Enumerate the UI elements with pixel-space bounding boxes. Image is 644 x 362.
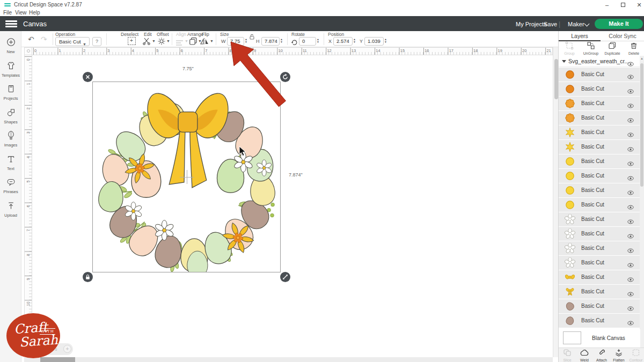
resize-selection-handle[interactable] <box>280 272 290 282</box>
delete-selection-handle[interactable] <box>83 72 93 82</box>
zoom-in-icon[interactable]: + <box>63 345 71 353</box>
eye-icon[interactable] <box>627 188 634 197</box>
layer-row[interactable]: Basic Cut <box>559 82 640 96</box>
lock-dimensions-icon[interactable] <box>249 32 255 42</box>
maximize-button[interactable] <box>616 1 630 9</box>
y-input[interactable]: 1.039 <box>364 37 384 46</box>
eye-icon[interactable] <box>627 101 634 110</box>
layer-row[interactable]: Basic Cut <box>559 314 640 328</box>
rotate-stepper[interactable]: ▲▼ <box>316 37 320 46</box>
eye-icon[interactable] <box>627 115 634 125</box>
layer-row[interactable]: Basic Cut <box>559 241 640 255</box>
eye-icon[interactable] <box>627 289 634 299</box>
layer-row[interactable]: Basic Cut <box>559 212 640 226</box>
eye-icon[interactable] <box>627 318 634 328</box>
offset-icon[interactable] <box>158 38 165 47</box>
attach-button[interactable]: Attach <box>593 349 610 362</box>
eye-icon[interactable] <box>627 217 634 226</box>
arrange-icon[interactable] <box>189 38 197 47</box>
layer-row[interactable]: Basic Cut <box>559 285 640 299</box>
width-stepper[interactable]: ▲▼ <box>244 37 248 46</box>
layer-row[interactable]: Basic Cut <box>559 169 640 183</box>
chevron-down-icon[interactable]: ▼ <box>210 39 214 43</box>
layer-row[interactable]: Basic Cut <box>559 198 640 212</box>
menu-help[interactable]: Help <box>29 10 40 16</box>
y-stepper[interactable]: ▲▼ <box>383 37 388 46</box>
chevron-down-icon[interactable]: ▼ <box>166 39 170 43</box>
minimize-button[interactable]: – <box>600 1 614 9</box>
operation-help-button[interactable]: ? <box>92 37 101 46</box>
eye-icon[interactable] <box>627 246 634 255</box>
scissors-icon[interactable] <box>143 38 151 47</box>
layer-row[interactable]: Basic Cut <box>559 125 640 139</box>
layer-row[interactable]: Basic Cut <box>559 68 640 82</box>
sidebar-item-templates[interactable]: Templates <box>0 61 21 78</box>
chevron-down-icon[interactable]: ▼ <box>152 39 156 43</box>
ungroup-button[interactable]: UnGroup <box>580 42 602 55</box>
sidebar-item-projects[interactable]: Projects <box>0 84 21 101</box>
sidebar-item-new[interactable]: New <box>0 38 21 54</box>
make-it-button[interactable]: Make It <box>595 19 643 29</box>
delete-button[interactable]: Delete <box>623 42 644 55</box>
eye-icon[interactable] <box>627 159 634 168</box>
sidebar-item-phrases[interactable]: Phrases <box>0 178 21 194</box>
sidebar-item-upload[interactable]: Upload <box>0 201 21 218</box>
duplicate-button[interactable]: Duplicate <box>602 42 623 55</box>
attach-icon <box>597 349 606 358</box>
layer-row[interactable]: Basic Cut <box>559 111 640 125</box>
eye-icon[interactable] <box>627 144 634 154</box>
layer-row[interactable]: Basic Cut <box>559 227 640 241</box>
undo-icon[interactable]: ↶ <box>28 35 34 43</box>
collapse-caret-icon[interactable] <box>562 60 566 63</box>
width-input[interactable]: 7.75 <box>227 37 244 46</box>
menu-file[interactable]: File <box>3 10 12 16</box>
deselect-icon[interactable] <box>128 37 136 45</box>
rotate-icon[interactable] <box>291 38 298 48</box>
sidebar-item-text[interactable]: Text <box>0 154 21 171</box>
sidebar-item-shapes[interactable]: Shapes <box>0 108 21 124</box>
height-stepper[interactable]: ▲▼ <box>279 37 284 46</box>
layer-row[interactable]: Basic Cut <box>559 183 640 197</box>
menu-view[interactable]: View <box>15 10 27 16</box>
eye-icon[interactable] <box>627 304 634 313</box>
redo-icon[interactable]: ↷ <box>41 35 47 43</box>
hamburger-menu-icon[interactable] <box>5 20 17 27</box>
flip-icon[interactable] <box>200 38 209 47</box>
eye-icon[interactable] <box>627 130 634 139</box>
scroll-up-icon[interactable]: ▲ <box>640 57 644 60</box>
layer-row[interactable]: Basic Cut <box>559 256 640 270</box>
canvas-horizontal-scrollbar[interactable] <box>24 357 553 362</box>
eye-icon[interactable] <box>627 72 634 82</box>
save-link[interactable]: Save <box>544 21 557 27</box>
lock-selection-handle[interactable] <box>83 272 93 282</box>
layer-row[interactable]: Basic Cut <box>559 97 640 110</box>
layer-row[interactable]: Basic Cut <box>559 140 640 154</box>
eye-icon[interactable] <box>627 173 634 183</box>
tab-color-sync[interactable]: Color Sync <box>601 31 644 41</box>
x-stepper[interactable]: ▲▼ <box>352 37 357 46</box>
operation-dropdown[interactable]: Basic Cut▼ <box>55 37 90 46</box>
eye-icon[interactable] <box>627 260 634 270</box>
height-input[interactable]: 7.874 <box>261 37 280 46</box>
my-projects-link[interactable]: My Projects <box>516 21 546 27</box>
weld-button[interactable]: Weld <box>576 349 593 362</box>
layer-group-header[interactable]: Svg_easter_wreath_cr... <box>559 56 640 67</box>
eye-icon[interactable] <box>627 202 634 212</box>
eye-icon[interactable] <box>627 231 634 241</box>
rotate-input[interactable]: 0 <box>299 37 316 46</box>
flatten-button[interactable]: Flatten <box>610 349 627 362</box>
sidebar-item-images[interactable]: Images <box>0 131 21 147</box>
blank-canvas-row[interactable]: Blank Canvas <box>559 329 640 349</box>
eye-icon[interactable] <box>627 275 634 284</box>
layer-list-scrollbar[interactable]: ▲ ▼ <box>640 56 644 357</box>
canvas-vertical-scrollbar[interactable] <box>553 47 558 357</box>
x-input[interactable]: 2.574 <box>333 37 353 46</box>
rotate-selection-handle[interactable] <box>280 72 290 82</box>
layer-row[interactable]: Basic Cut <box>559 299 640 313</box>
eye-icon[interactable] <box>627 86 634 96</box>
close-button[interactable]: ✕ <box>632 1 644 9</box>
machine-selector[interactable]: Maker <box>568 21 584 27</box>
tab-layers[interactable]: Layers <box>559 31 601 41</box>
layer-row[interactable]: Basic Cut <box>559 154 640 168</box>
layer-row[interactable]: Basic Cut <box>559 270 640 284</box>
